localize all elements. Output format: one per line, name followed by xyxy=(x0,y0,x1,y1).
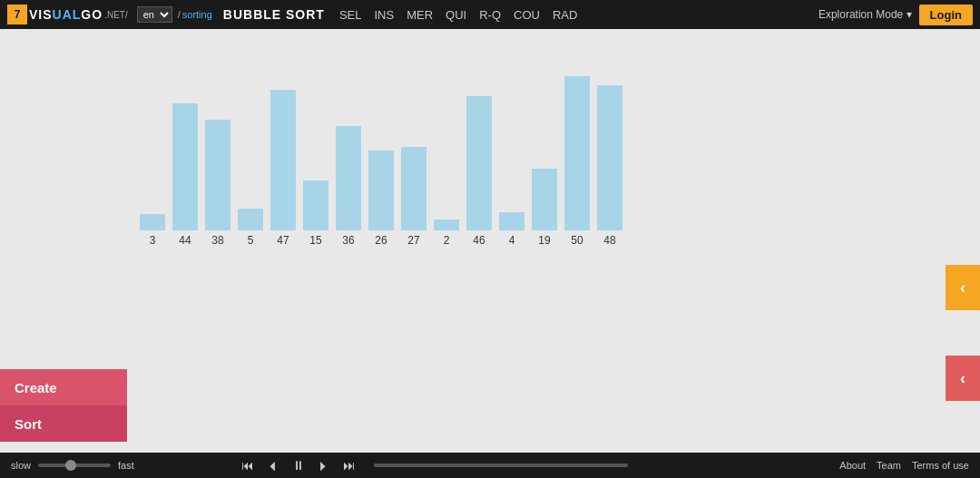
bar-value-label: 38 xyxy=(211,234,223,247)
speed-slider[interactable] xyxy=(38,463,111,467)
about-link[interactable]: About xyxy=(839,460,866,471)
speed-fast-label: fast xyxy=(118,460,134,471)
bar-value-label: 27 xyxy=(407,234,419,247)
skip-end-button[interactable]: ⏭ xyxy=(341,458,358,473)
logo-text: VISUALGO xyxy=(29,7,103,22)
step-back-button[interactable]: ⏴ xyxy=(265,458,281,473)
sort-button[interactable]: Sort xyxy=(0,405,127,442)
step-forward-button[interactable]: ⏵ xyxy=(316,458,332,473)
top-navigation: 7 VISUALGO .NET/ en id / sorting BUBBLE … xyxy=(0,0,980,29)
bar-group: 15 xyxy=(303,180,328,247)
bar-value-label: 44 xyxy=(179,234,191,247)
create-button[interactable]: Create xyxy=(0,369,127,405)
bar-group: 38 xyxy=(205,120,230,247)
bar-group: 4 xyxy=(499,212,524,247)
main-visualization-area: 34438547153626272464195048 ‹ ‹ Create So… xyxy=(0,29,980,442)
bar xyxy=(434,219,459,230)
bar xyxy=(401,147,426,230)
bar-value-label: 19 xyxy=(538,234,550,247)
bar xyxy=(140,214,165,230)
bar-value-label: 15 xyxy=(309,234,321,247)
create-sort-panel: Create Sort xyxy=(0,369,127,442)
algorithm-nav-items: SEL INS MER QUI R-Q COU RAD xyxy=(339,8,577,22)
progress-bar[interactable] xyxy=(374,463,628,467)
bar xyxy=(270,90,296,230)
login-button[interactable]: Login xyxy=(919,5,973,25)
bar-value-label: 2 xyxy=(444,234,450,247)
bar-value-label: 5 xyxy=(248,234,254,247)
terms-link[interactable]: Terms of use xyxy=(912,460,969,471)
bar-group: 36 xyxy=(336,126,361,247)
bar-group: 26 xyxy=(368,151,394,247)
bar-chart: 34438547153626272464195048 xyxy=(136,47,871,247)
bar xyxy=(205,120,230,230)
team-link[interactable]: Team xyxy=(877,460,901,471)
nav-item-ins[interactable]: INS xyxy=(375,8,395,22)
bar xyxy=(172,103,198,230)
bar-value-label: 26 xyxy=(375,234,387,247)
playback-controls: ⏮ ⏴ ⏸ ⏵ ⏭ xyxy=(240,458,628,473)
bar-group: 48 xyxy=(597,85,622,247)
bar xyxy=(368,151,394,230)
bar xyxy=(597,85,622,230)
bar-value-label: 3 xyxy=(150,234,156,247)
bar-value-label: 47 xyxy=(277,234,289,247)
nav-item-rq[interactable]: R-Q xyxy=(479,8,501,22)
play-pause-button[interactable]: ⏸ xyxy=(290,458,307,473)
bar-value-label: 46 xyxy=(473,234,485,247)
speed-slow-label: slow xyxy=(11,460,31,471)
logo-icon: 7 xyxy=(7,5,27,24)
bar-group: 27 xyxy=(401,147,426,247)
bar-group: 50 xyxy=(564,76,590,247)
bar-value-label: 36 xyxy=(342,234,354,247)
nav-item-qui[interactable]: QUI xyxy=(446,8,466,22)
bar xyxy=(532,169,557,230)
nav-item-sel[interactable]: SEL xyxy=(339,8,362,22)
side-collapse-top-button[interactable]: ‹ xyxy=(946,265,980,310)
bar xyxy=(499,212,524,230)
side-collapse-bottom-button[interactable]: ‹ xyxy=(946,356,980,401)
bar-group: 3 xyxy=(140,214,165,247)
nav-item-mer[interactable]: MER xyxy=(407,8,433,22)
bar-group: 19 xyxy=(532,169,557,247)
chevron-left-icon: ‹ xyxy=(960,278,965,298)
logo-net: .NET/ xyxy=(104,10,128,20)
language-select[interactable]: en id xyxy=(137,6,172,23)
bar xyxy=(336,126,361,230)
nav-item-cou[interactable]: COU xyxy=(514,8,540,22)
nav-sorting-link[interactable]: sorting xyxy=(182,9,212,20)
exploration-mode-btn[interactable]: Exploration Mode ▾ xyxy=(818,8,912,21)
logo: 7 VISUALGO .NET/ xyxy=(7,5,128,24)
side-panel-right: ‹ ‹ xyxy=(926,29,980,442)
bar xyxy=(564,76,590,230)
bar-group: 5 xyxy=(238,209,263,247)
bar-value-label: 4 xyxy=(509,234,515,247)
bar-group: 46 xyxy=(466,96,492,247)
bar-group: 47 xyxy=(270,90,296,247)
nav-item-rad[interactable]: RAD xyxy=(553,8,577,22)
chevron-left-icon-2: ‹ xyxy=(960,369,965,388)
nav-slash: / xyxy=(178,9,181,20)
bar-value-label: 50 xyxy=(571,234,583,247)
bottom-bar: slow fast ⏮ ⏴ ⏸ ⏵ ⏭ About Team Terms of … xyxy=(0,453,980,478)
bar-value-label: 48 xyxy=(603,234,615,247)
speed-slider-thumb xyxy=(65,460,76,471)
bar xyxy=(466,96,492,230)
nav-right: Exploration Mode ▾ Login xyxy=(818,5,973,25)
bar xyxy=(303,180,328,230)
bar-group: 2 xyxy=(434,219,459,247)
footer-links: About Team Terms of use xyxy=(839,460,969,471)
skip-start-button[interactable]: ⏮ xyxy=(240,458,256,473)
algorithm-title: BUBBLE SORT xyxy=(223,7,325,22)
bar-group: 44 xyxy=(172,103,198,247)
bar xyxy=(238,209,263,230)
